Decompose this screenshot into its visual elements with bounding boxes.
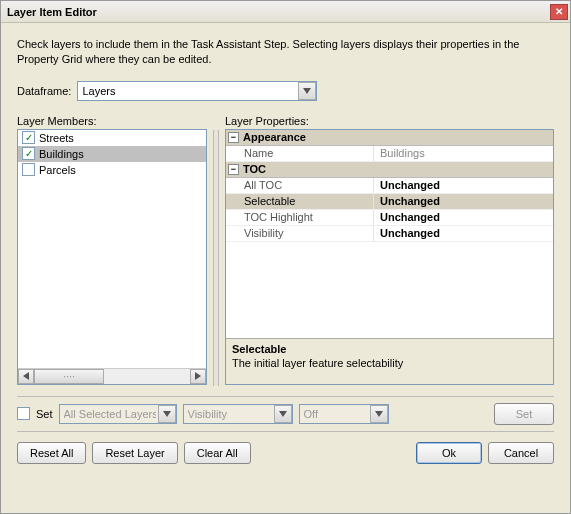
property-name: Selectable: [226, 194, 374, 209]
window-title: Layer Item Editor: [7, 6, 550, 18]
property-description-title: Selectable: [232, 343, 547, 355]
layer-checkbox[interactable]: [22, 131, 35, 144]
list-item[interactable]: Buildings: [18, 146, 206, 162]
chevron-down-icon[interactable]: [298, 82, 316, 100]
title-bar: Layer Item Editor ✕: [1, 1, 570, 23]
category-name: Appearance: [243, 131, 306, 143]
property-row[interactable]: All TOCUnchanged: [226, 178, 553, 194]
clear-all-button[interactable]: Clear All: [184, 442, 251, 464]
close-icon[interactable]: ✕: [550, 4, 568, 20]
property-name: All TOC: [226, 178, 374, 193]
reset-all-button[interactable]: Reset All: [17, 442, 86, 464]
category-name: TOC: [243, 163, 266, 175]
property-category[interactable]: −Appearance: [226, 130, 553, 146]
property-value[interactable]: Unchanged: [374, 211, 553, 223]
property-value[interactable]: Unchanged: [374, 179, 553, 191]
chevron-down-icon: [274, 405, 292, 423]
cancel-button[interactable]: Cancel: [488, 442, 554, 464]
layer-label: Streets: [39, 132, 74, 144]
property-value[interactable]: Unchanged: [374, 227, 553, 239]
layer-properties-label: Layer Properties:: [225, 115, 554, 127]
property-name: TOC Highlight: [226, 210, 374, 225]
chevron-down-icon: [370, 405, 388, 423]
scrollbar-horizontal[interactable]: ····: [18, 368, 206, 384]
set-checkbox-label: Set: [36, 408, 53, 420]
ok-button[interactable]: Ok: [416, 442, 482, 464]
property-name: Visibility: [226, 226, 374, 241]
set-value-combo: [299, 404, 389, 424]
layer-members-label: Layer Members:: [17, 115, 207, 127]
scroll-left-icon[interactable]: [18, 369, 34, 384]
layer-label: Buildings: [39, 148, 84, 160]
chevron-down-icon: [158, 405, 176, 423]
property-row[interactable]: SelectableUnchanged: [226, 194, 553, 210]
layer-members-list[interactable]: StreetsBuildingsParcels ····: [17, 129, 207, 385]
set-property-combo: [183, 404, 293, 424]
collapse-icon[interactable]: −: [228, 132, 239, 143]
property-value[interactable]: Unchanged: [374, 195, 553, 207]
property-grid[interactable]: −AppearanceNameBuildings−TOCAll TOCUncha…: [225, 129, 554, 385]
set-checkbox[interactable]: [17, 407, 30, 420]
dataframe-combo[interactable]: [77, 81, 317, 101]
list-item[interactable]: Streets: [18, 130, 206, 146]
dataframe-input[interactable]: [77, 81, 317, 101]
layer-label: Parcels: [39, 164, 76, 176]
dataframe-label: Dataframe:: [17, 85, 71, 97]
property-row[interactable]: VisibilityUnchanged: [226, 226, 553, 242]
scroll-thumb[interactable]: ····: [34, 369, 104, 384]
splitter-handle[interactable]: [213, 130, 219, 386]
property-name: Name: [226, 146, 374, 161]
property-description: Selectable The initial layer feature sel…: [226, 338, 553, 384]
set-button: Set: [494, 403, 554, 425]
set-scope-combo: [59, 404, 177, 424]
property-value[interactable]: Buildings: [374, 147, 553, 159]
list-item[interactable]: Parcels: [18, 162, 206, 178]
collapse-icon[interactable]: −: [228, 164, 239, 175]
property-row[interactable]: TOC HighlightUnchanged: [226, 210, 553, 226]
layer-checkbox[interactable]: [22, 163, 35, 176]
layer-checkbox[interactable]: [22, 147, 35, 160]
reset-layer-button[interactable]: Reset Layer: [92, 442, 177, 464]
property-description-text: The initial layer feature selectability: [232, 357, 547, 369]
instructions-text: Check layers to include them in the Task…: [17, 37, 554, 67]
property-row[interactable]: NameBuildings: [226, 146, 553, 162]
scroll-right-icon[interactable]: [190, 369, 206, 384]
property-category[interactable]: −TOC: [226, 162, 553, 178]
